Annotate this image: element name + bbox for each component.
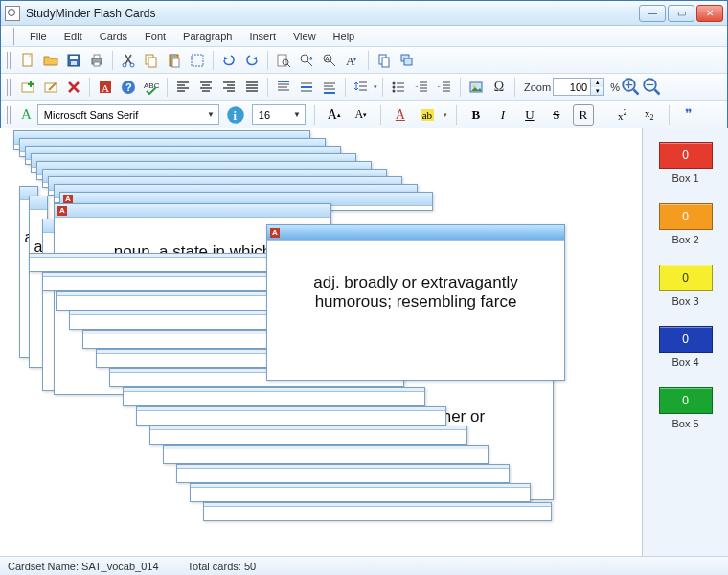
- copy-button[interactable]: [141, 50, 162, 71]
- superscript-button[interactable]: x2: [612, 104, 633, 126]
- svg-rect-25: [404, 58, 412, 65]
- flash-card-active[interactable]: A adj. broadly or extravagantly humorous…: [266, 224, 565, 381]
- select-all-button[interactable]: [187, 50, 208, 71]
- leitner-box-1[interactable]: 0 Box 1: [659, 142, 713, 184]
- zoom-stepper[interactable]: ▲▼: [591, 78, 604, 96]
- maximize-button[interactable]: ▭: [668, 5, 694, 22]
- font-family-combo[interactable]: Microsoft Sans Serif▼: [37, 104, 219, 125]
- cut-button[interactable]: [118, 50, 139, 71]
- zoom-input[interactable]: 100: [553, 78, 591, 96]
- align-justify-button[interactable]: [241, 77, 262, 98]
- card-text: adj. broadly or extravagantly humorous; …: [267, 241, 564, 344]
- svg-rect-14: [192, 55, 203, 66]
- bold-button[interactable]: B: [466, 104, 487, 126]
- menu-cards[interactable]: Cards: [93, 29, 134, 44]
- card-edge[interactable]: [42, 272, 299, 291]
- align-left-button[interactable]: [172, 77, 193, 98]
- align-bottom-button[interactable]: [319, 77, 340, 98]
- find-button[interactable]: [273, 50, 294, 71]
- svg-point-8: [130, 63, 134, 67]
- card-edge[interactable]: [123, 387, 425, 406]
- bullets-button[interactable]: [388, 77, 409, 98]
- delete-card-button[interactable]: [63, 77, 84, 98]
- svg-rect-10: [148, 58, 156, 67]
- align-right-button[interactable]: [218, 77, 239, 98]
- open-button[interactable]: [40, 50, 61, 71]
- paste-button[interactable]: [164, 50, 185, 71]
- quotation-button[interactable]: ❞: [678, 104, 699, 126]
- menu-file[interactable]: File: [23, 29, 54, 44]
- italic-button[interactable]: I: [492, 104, 513, 126]
- insert-symbol-button[interactable]: Ω: [489, 77, 510, 98]
- menu-font[interactable]: Font: [138, 29, 172, 44]
- menu-edit[interactable]: Edit: [57, 29, 89, 44]
- toolbar-grip[interactable]: [7, 52, 11, 69]
- outdent-button[interactable]: [411, 77, 432, 98]
- cascade-windows-button[interactable]: [397, 50, 418, 71]
- copy-format-button[interactable]: [374, 50, 395, 71]
- subscript-button[interactable]: x2: [639, 104, 660, 126]
- underline-button[interactable]: U: [519, 104, 540, 126]
- card-edge[interactable]: [29, 253, 278, 272]
- font-dialog-button[interactable]: A▾: [342, 50, 363, 71]
- zoom-in-button[interactable]: [622, 78, 641, 97]
- card-edge[interactable]: [149, 426, 467, 445]
- toolbar-grip[interactable]: [7, 106, 11, 124]
- undo-button[interactable]: [218, 50, 239, 71]
- align-center-button[interactable]: [195, 77, 216, 98]
- spellcheck-button[interactable]: ABC: [141, 77, 162, 98]
- svg-point-35: [393, 89, 396, 92]
- window-title: StudyMinder Flash Cards: [26, 7, 155, 20]
- new-button[interactable]: [17, 50, 38, 71]
- card-edge[interactable]: [136, 406, 446, 426]
- insert-image-button[interactable]: [466, 77, 487, 98]
- indent-button[interactable]: [434, 77, 455, 98]
- zoom-out-button[interactable]: [643, 78, 662, 97]
- leitner-box-5[interactable]: 0 Box 5: [659, 387, 713, 429]
- strikethrough-button[interactable]: S: [546, 104, 567, 126]
- svg-rect-15: [278, 55, 286, 66]
- border-button[interactable]: R: [573, 104, 594, 126]
- print-button[interactable]: [86, 50, 107, 71]
- font-color-button[interactable]: A: [390, 104, 411, 126]
- save-button[interactable]: [63, 50, 84, 71]
- align-middle-button[interactable]: [296, 77, 317, 98]
- close-button[interactable]: ✕: [696, 5, 723, 22]
- toolbar-grip[interactable]: [7, 79, 11, 96]
- leitner-box-4[interactable]: 0 Box 4: [659, 326, 713, 368]
- edit-card-button[interactable]: [40, 77, 61, 98]
- font-size-combo[interactable]: 16▼: [252, 104, 306, 125]
- line-spacing-button[interactable]: [351, 77, 372, 98]
- card-edge[interactable]: [203, 502, 552, 521]
- card-style-button[interactable]: A: [95, 77, 116, 98]
- highlight-button[interactable]: ab: [417, 104, 438, 126]
- menu-bar: File Edit Cards Font Paragraph Insert Vi…: [1, 26, 727, 47]
- card-edge[interactable]: [163, 445, 489, 464]
- svg-text:▾: ▾: [353, 57, 356, 62]
- zoom-unit: %: [610, 81, 620, 93]
- help-button[interactable]: ?: [118, 77, 139, 98]
- leitner-box-2[interactable]: 0 Box 2: [659, 203, 713, 245]
- leitner-box-3[interactable]: 0 Box 3: [659, 264, 713, 307]
- find-replace-button[interactable]: A: [319, 50, 340, 71]
- menu-paragraph[interactable]: Paragraph: [176, 29, 239, 44]
- card-icon: A: [270, 228, 280, 238]
- card-edge[interactable]: [176, 464, 510, 483]
- redo-button[interactable]: [241, 50, 262, 71]
- align-top-button[interactable]: [273, 77, 294, 98]
- decrease-font-button[interactable]: A▾: [351, 104, 372, 126]
- new-card-button[interactable]: [17, 77, 38, 98]
- minimize-button[interactable]: —: [639, 5, 666, 22]
- svg-text:A: A: [102, 82, 109, 94]
- menu-help[interactable]: Help: [327, 29, 362, 44]
- app-icon: [5, 6, 20, 21]
- toolbar-grip[interactable]: [11, 28, 15, 45]
- font-info-button[interactable]: i: [225, 104, 246, 126]
- svg-rect-3: [71, 61, 77, 65]
- toolbar-1: A A▾: [1, 47, 727, 74]
- card-edge[interactable]: [190, 483, 531, 502]
- menu-view[interactable]: View: [286, 29, 323, 44]
- menu-insert[interactable]: Insert: [242, 29, 283, 44]
- increase-font-button[interactable]: A▴: [324, 104, 345, 126]
- find-next-button[interactable]: [296, 50, 317, 71]
